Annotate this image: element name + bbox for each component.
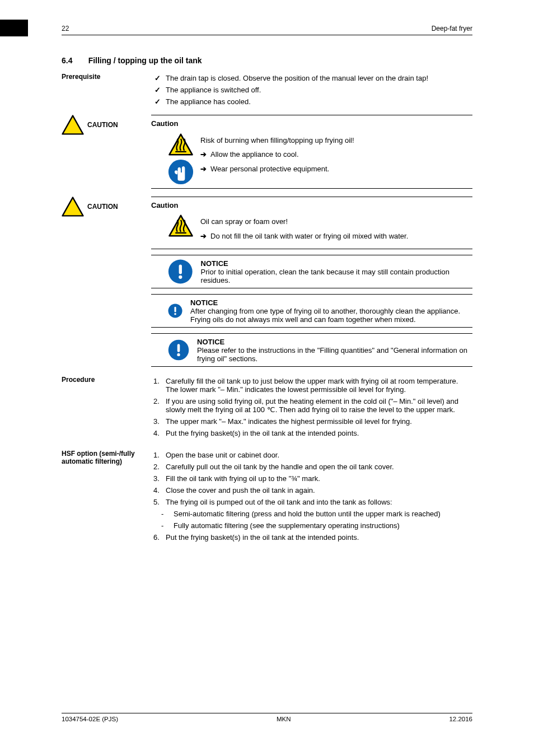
notice-text: NOTICE Prior to initial operation, clean… xyxy=(201,259,472,284)
step-text: Carefully pull out the oil tank by the h… xyxy=(166,463,394,471)
caution-bullet: ➔Allow the appliance to cool. xyxy=(200,150,472,160)
arrow-right-icon: ➔ xyxy=(200,150,210,160)
page-header: 22 Deep-fat fryer xyxy=(62,25,472,35)
caution-bullet-text: Do not fill the oil tank with water or f… xyxy=(210,232,408,240)
section-number: 6.4 xyxy=(62,56,86,65)
caution-bullet: ➔Do not fill the oil tank with water or … xyxy=(200,231,472,241)
caution-block-1: CAUTION Caution xyxy=(62,115,472,189)
caution-bullet: ➔Wear personal protective equipment. xyxy=(200,164,472,174)
notice-block: NOTICE Prior to initial operation, clean… xyxy=(151,255,472,288)
caution-sidebar: CAUTION xyxy=(62,197,151,217)
caution-label: CAUTION xyxy=(87,203,118,211)
divider xyxy=(151,188,472,189)
step-text: If you are using solid frying oil, put t… xyxy=(166,397,458,414)
step-text: Fill the oil tank with frying oil up to … xyxy=(166,474,320,483)
step-number: 2. xyxy=(153,397,160,405)
step-number: 1. xyxy=(153,451,160,459)
caution-body: Risk of burning when filling/topping up … xyxy=(151,133,472,185)
caution-block-2: CAUTION Caution xyxy=(62,197,472,367)
list-item: 2.If you are using solid frying oil, put… xyxy=(151,397,472,414)
list-item: - Semi-automatic filtering (press and ho… xyxy=(159,510,472,518)
list-item: 3.Fill the oil tank with frying oil up t… xyxy=(151,474,472,483)
warning-triangle-icon xyxy=(62,197,84,217)
svg-point-12 xyxy=(174,313,176,315)
list-item: The appliance is switched off. xyxy=(151,86,472,94)
svg-point-9 xyxy=(179,276,182,279)
step-text: Put the frying basket(s) in the oil tank… xyxy=(166,533,359,542)
svg-rect-14 xyxy=(177,344,180,352)
step-text: Semi-automatic filtering (press and hold… xyxy=(174,510,441,518)
procedure-list: 1.Carefully fill the oil tank up to just… xyxy=(151,377,472,437)
caution-icons xyxy=(168,133,194,185)
footer-center: MKN xyxy=(277,716,291,722)
step-number: 3. xyxy=(153,417,160,426)
page-content: 6.4 Filling / topping up the oil tank Pr… xyxy=(62,56,472,689)
info-mandatory-icon xyxy=(168,298,182,324)
hsf-block: HSF option (semi-/fully automatic filter… xyxy=(62,449,472,545)
step-text: Fully automatic filtering (see the suppl… xyxy=(174,521,400,530)
prerequisite-list: The drain tap is closed. Observe the pos… xyxy=(151,74,472,106)
procedure-block: Procedure 1.Carefully fill the oil tank … xyxy=(62,375,472,441)
caution-body: Oil can spray or foam over! ➔Do not fill… xyxy=(151,214,472,245)
list-item: 1.Open the base unit or cabinet door. xyxy=(151,451,472,459)
divider xyxy=(151,288,472,288)
list-item: 6.Put the frying basket(s) in the oil ta… xyxy=(151,533,472,542)
caution-label: CAUTION xyxy=(87,121,118,129)
step-text: Open the base unit or cabinet door. xyxy=(166,451,279,459)
step-text: Carefully fill the oil tank up to just b… xyxy=(166,377,458,394)
step-text: The frying oil is pumped out of the oil … xyxy=(166,498,392,506)
hsf-list: 1.Open the base unit or cabinet door. 2.… xyxy=(151,451,472,542)
svg-rect-8 xyxy=(179,265,182,274)
caution-heading: Caution xyxy=(151,119,472,129)
sidebar-label-hsf: HSF option (semi-/fully automatic filter… xyxy=(62,449,151,465)
caution-icons xyxy=(168,214,194,245)
caution-heading: Caution xyxy=(151,200,472,211)
list-item: The appliance has cooled. xyxy=(151,97,472,106)
list-item: 3.The upper mark "– Max." indicates the … xyxy=(151,417,472,426)
notice-body: After changing from one type of frying o… xyxy=(190,307,472,324)
page-number: 22 xyxy=(62,25,69,32)
divider xyxy=(151,249,472,249)
info-mandatory-icon xyxy=(168,337,189,363)
svg-point-15 xyxy=(177,353,180,356)
gloves-required-icon xyxy=(168,159,194,185)
caution-sidebar: CAUTION xyxy=(62,115,151,135)
hot-surface-icon xyxy=(168,133,194,156)
svg-marker-0 xyxy=(63,116,83,134)
notice-label: NOTICE xyxy=(197,338,224,346)
list-item: - Fully automatic filtering (see the sup… xyxy=(159,521,472,530)
notice-block: NOTICE After changing from one type of f… xyxy=(151,295,472,327)
section-title: Filling / topping up the oil tank xyxy=(88,56,202,65)
list-item: The drain tap is closed. Observe the pos… xyxy=(151,74,472,82)
step-number: 4. xyxy=(153,486,160,494)
step-text: Put the frying basket(s) in the oil tank… xyxy=(166,429,359,437)
warning-triangle-icon xyxy=(62,115,84,135)
step-text: The upper mark "– Max." indicates the hi… xyxy=(166,417,412,426)
list-item: 2.Carefully pull out the oil tank by the… xyxy=(151,463,472,471)
info-mandatory-icon xyxy=(168,259,193,284)
step-number: 4. xyxy=(153,429,160,437)
footer-right: 12.2016 xyxy=(449,716,472,722)
caution-text: Risk of burning when filling/topping up … xyxy=(200,133,472,185)
sidebar-label-procedure: Procedure xyxy=(62,375,151,384)
caution-text: Oil can spray or foam over! ➔Do not fill… xyxy=(200,214,472,245)
step-number: 5. xyxy=(153,498,160,506)
prerequisite-block: Prerequisite The drain tap is closed. Ob… xyxy=(62,72,472,109)
step-number: 6. xyxy=(153,533,160,542)
list-item: 1.Carefully fill the oil tank up to just… xyxy=(151,377,472,394)
footer-left: 1034754-02E (PJS) xyxy=(62,716,118,722)
step-number: 1. xyxy=(153,377,160,385)
list-item: 5.The frying oil is pumped out of the oi… xyxy=(151,498,472,506)
page-title: Deep-fat fryer xyxy=(432,25,472,32)
sidebar-label-prerequisite: Prerequisite xyxy=(62,72,151,81)
notice-text: NOTICE After changing from one type of f… xyxy=(190,298,472,324)
notice-label: NOTICE xyxy=(201,259,228,268)
step-number: 3. xyxy=(153,474,160,483)
caution-line: Risk of burning when filling/topping up … xyxy=(200,136,472,146)
step-number: - xyxy=(161,521,163,530)
notice-body: Prior to initial operation, clean the ta… xyxy=(201,268,472,284)
arrow-right-icon: ➔ xyxy=(200,231,210,241)
hot-surface-icon xyxy=(168,214,194,237)
caution-bullet-text: Allow the appliance to cool. xyxy=(210,150,299,158)
page-side-tab xyxy=(0,20,28,36)
